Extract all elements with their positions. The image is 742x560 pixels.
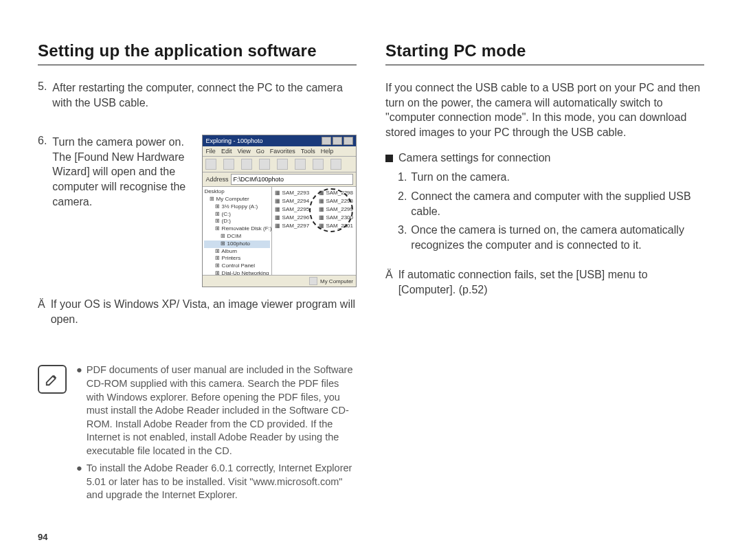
explorer-statusbar: My Computer [203,275,356,287]
explorer-title-text: Exploring - 100photo [205,137,262,144]
step-number: 3. [398,223,407,252]
note-bullet-1: ● PDF documents of user manual are inclu… [76,363,357,458]
tree-node: ⊞ (C:) [204,211,270,219]
right-step-1: 1. Turn on the camera. [398,170,704,185]
right-step-2: 2. Connect the camera and computer with … [398,189,704,219]
left-column: Setting up the application software 5. A… [38,41,357,506]
explorer-toolbar [203,157,356,172]
tree-node: ⊞ Album [204,248,270,256]
note-bullet-2-text: To install the Adobe Reader 6.0.1 correc… [87,462,357,502]
step-text: Turn on the camera. [411,170,509,185]
step-6-line1: Turn the camera power on. [52,135,192,150]
page-number: 94 [38,532,47,542]
delete-icon [330,159,341,170]
tree-node: Desktop [204,188,270,196]
note-bullet-1-text: PDF documents of user manual are include… [87,363,357,458]
tree-node: ⊞ (D:) [204,218,270,225]
file-item: ▦ SAM_2298 [319,197,353,205]
computer-icon [309,277,317,285]
tree-node: ⊞ 100photo [204,240,270,248]
step-number: 2. [398,189,407,219]
explorer-tree: Desktop⊞ My Computer⊞ 3½ Floppy (A:)⊞ (C… [203,187,272,284]
address-label: Address [205,176,228,183]
undo-icon [313,159,324,170]
square-bullet-icon [385,155,393,162]
forward-icon [223,159,234,170]
file-item: ▦ SAM_2297 [275,222,309,230]
back-icon [205,159,216,170]
file-item: ▦ SAM_2301 [319,222,353,230]
step-6-text: Turn the camera power on. The [Found New… [52,135,192,209]
tree-node: ⊞ My Computer [204,196,270,203]
right-column: Starting PC mode If you connect the USB … [385,41,704,506]
step-text: Once the camera is turned on, the camera… [411,223,704,252]
left-title: Setting up the application software [38,41,357,65]
copy-icon [277,159,288,170]
left-steps: 5. After restarting the computer, connec… [38,80,357,287]
menu-item: File [205,148,216,155]
step-6: 6. Turn the camera power on. The [Found … [38,135,357,287]
right-title: Starting PC mode [385,41,704,65]
explorer-screenshot: Exploring - 100photo File Edit View G [202,135,357,287]
left-os-note: Ä If your OS is Windows XP/ Vista, an im… [38,297,357,326]
left-os-note-text: If your OS is Windows XP/ Vista, an imag… [51,297,357,326]
file-item: ▦ SAM_2294 [275,197,309,205]
menu-item: Help [321,148,334,155]
maximize-icon [333,137,342,145]
right-note-text: If automatic connection fails, set the [… [398,267,704,297]
page-columns: Setting up the application software 5. A… [38,41,704,506]
file-item: ▦ SAM_2293 [275,189,309,197]
menu-item: Go [256,148,265,155]
step-text: Connect the camera and computer with the… [411,189,704,219]
right-subhead: Camera settings for connection [385,152,704,164]
note-symbol-icon: Ä [385,267,393,297]
file-item: ▦ SAM_2295 [275,205,309,214]
explorer-addressbar: Address [203,172,356,187]
step-5: 5. After restarting the computer, connec… [38,80,357,110]
tree-node: ⊞ Printers [204,255,270,262]
file-item: ▦ SAM_2296 [275,214,309,222]
tree-node: ⊞ DCIM [204,233,270,240]
file-item: ▦ SAM_2300 [319,214,353,222]
note-list: ● PDF documents of user manual are inclu… [76,363,357,506]
tree-node: ⊞ Removable Disk (F:) [204,225,270,233]
explorer-menubar: File Edit View Go Favorites Tools Help [203,146,356,157]
explorer-titlebar: Exploring - 100photo [203,135,356,146]
note-bullet-2: ● To install the Adobe Reader 6.0.1 corr… [76,462,357,502]
pencil-note-icon [45,372,60,387]
address-input [231,174,353,185]
step-5-text: After restarting the computer, connect t… [52,80,357,110]
note-box: ● PDF documents of user manual are inclu… [38,363,357,506]
menu-item: Favorites [270,148,295,155]
paste-icon [295,159,306,170]
step-number: 1. [398,170,407,185]
tree-node: ⊞ Control Panel [204,262,270,270]
step-6-number: 6. [38,135,47,287]
bullet-icon: ● [76,363,82,458]
menu-item: View [237,148,250,155]
tree-node: ⊞ 3½ Floppy (A:) [204,203,270,211]
menu-item: Edit [221,148,232,155]
explorer-file-pane: ▦ SAM_2293▦ SAM_2294▦ SAM_2295▦ SAM_2296… [272,187,356,284]
right-intro: If you connect the USB cable to a USB po… [385,80,704,139]
cut-icon [259,159,270,170]
note-icon [38,365,67,394]
step-5-number: 5. [38,80,47,110]
right-note: Ä If automatic connection fails, set the… [385,267,704,297]
menu-item: Tools [301,148,315,155]
status-text: My Computer [320,278,353,284]
minimize-icon [322,137,331,145]
right-subhead-text: Camera settings for connection [398,152,550,164]
right-step-3: 3. Once the camera is turned on, the cam… [398,223,704,252]
step-6-line2: The [Found New Hardware Wizard] will ope… [52,150,192,209]
right-steps: 1. Turn on the camera. 2. Connect the ca… [385,170,704,252]
up-icon [241,159,252,170]
close-icon [344,137,353,145]
bullet-icon: ● [76,462,82,502]
note-symbol-icon: Ä [38,297,45,326]
file-item: ▦ SAM_2298 [319,189,353,197]
file-item: ▦ SAM_2299 [319,205,353,214]
